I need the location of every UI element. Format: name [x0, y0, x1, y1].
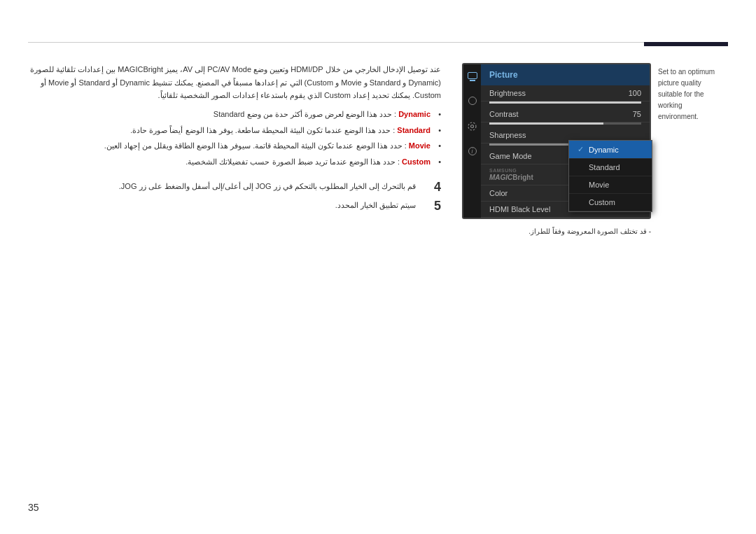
ui-section: i Picture Brightness 100 — [462, 56, 728, 492]
step4-row: 4 قم بالتحرك إلى الخيار المطلوب بالتحكم … — [28, 180, 441, 195]
brightness-value: 100 — [629, 89, 641, 97]
info-box: Set to an optimum picture quality suitab… — [658, 63, 724, 122]
dynamic-bullet: Dynamic : حدد هذا الوضع لعرض صورة أكثر ح… — [28, 108, 441, 121]
dropdown-item-custom[interactable]: Custom — [569, 194, 652, 211]
dropdown-item-standard[interactable]: Standard — [569, 159, 652, 176]
checkmark-icon: ✓ — [578, 145, 584, 154]
intro-paragraph: عند توصيل الإدخال الخارجي من خلال HDMI/D… — [28, 63, 441, 102]
standard-bullet: Standard : حدد هذا الوضع عندما تكون البي… — [28, 124, 441, 137]
color-label: Color — [489, 189, 507, 197]
dynamic-option: Dynamic — [589, 146, 619, 154]
svg-point-0 — [471, 125, 474, 127]
movie-option: Movie — [589, 181, 609, 189]
gear-icon — [467, 120, 478, 132]
sun-icon — [467, 95, 478, 106]
custom-bullet: Custom : حدد هذا الوضع عندما تريد ضبط ال… — [28, 155, 441, 169]
picture-title: Picture — [489, 70, 518, 80]
monitor-ui: i Picture Brightness 100 — [462, 63, 651, 219]
picture-header: Picture — [481, 64, 650, 85]
dropdown-item-dynamic[interactable]: ✓ Dynamic — [569, 141, 652, 159]
dropdown-item-movie[interactable]: Movie — [569, 176, 652, 194]
contrast-row: Contrast 75 — [481, 106, 650, 122]
dropdown-popup: ✓ Dynamic Standard Movie Custom — [568, 140, 652, 212]
page-number: 35 — [28, 502, 39, 513]
custom-option: Custom — [589, 198, 615, 206]
sharpness-bar — [489, 143, 580, 146]
contrast-label: Contrast — [489, 110, 519, 118]
contrast-bar-container — [481, 122, 650, 127]
hdmi-label: HDMI Black Level — [489, 205, 550, 213]
contrast-bar — [489, 122, 603, 125]
svg-point-1 — [468, 122, 476, 130]
sidebar-icons: i — [463, 64, 481, 218]
contrast-value: 75 — [633, 110, 641, 118]
bottom-note: - قد تختلف الصورة المعروضة وفقاً للطراز. — [462, 227, 651, 235]
text-section: عند توصيل الإدخال الخارجي من خلال HDMI/D… — [28, 56, 448, 492]
brightness-bar-container — [481, 101, 650, 106]
movie-bullet: Movie : حدد هذا الوضع عندما تكون البيئة … — [28, 139, 441, 153]
brightness-bar — [489, 101, 641, 104]
content-area: عند توصيل الإدخال الخارجي من خلال HDMI/D… — [28, 56, 728, 492]
game-mode-label: Game Mode — [489, 152, 532, 160]
info-icon: i — [467, 146, 478, 157]
right-accent — [644, 42, 728, 46]
samsung-label: SAMSUNG — [489, 168, 533, 174]
standard-option: Standard — [589, 163, 620, 171]
step5-row: 5 سيتم تطبيق الخيار المحدد. — [28, 199, 441, 213]
top-border — [28, 42, 728, 43]
tv-icon — [467, 70, 478, 81]
brightness-row: Brightness 100 — [481, 85, 650, 101]
bright-label: Bright — [512, 174, 533, 181]
brightness-label: Brightness — [489, 89, 526, 97]
info-text: Set to an optimum picture quality suitab… — [658, 66, 724, 122]
magic-label: MAGIC — [489, 174, 512, 181]
sharpness-label: Sharpness — [489, 131, 526, 139]
